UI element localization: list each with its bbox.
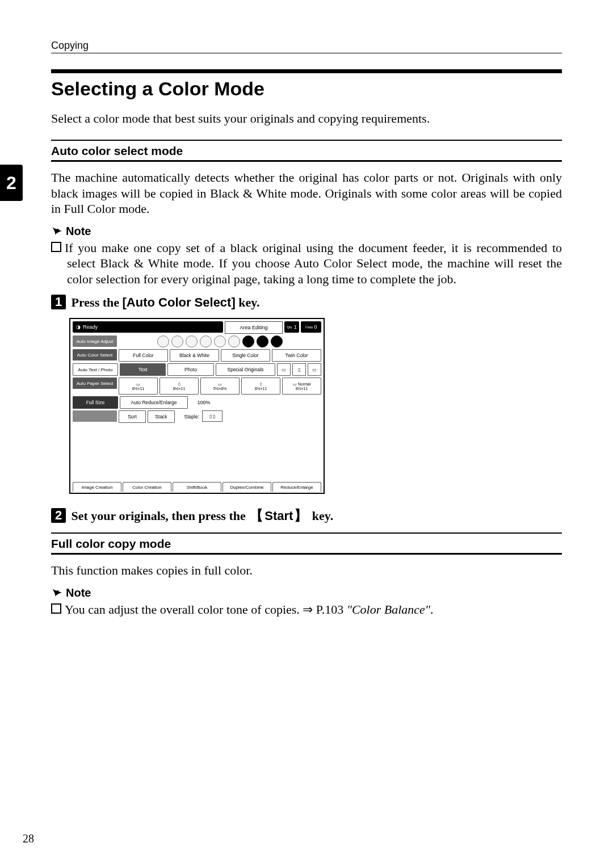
- density-dot[interactable]: [186, 336, 198, 347]
- section-rule: [51, 140, 562, 141]
- step-2: 2 Set your originals, then press the 【St…: [51, 506, 562, 525]
- panel-bottom-tabs: Image CreationColor CreationShift/BookDu…: [73, 482, 321, 492]
- panel-tab[interactable]: Shift/Book: [173, 482, 221, 492]
- section-rule: [51, 160, 562, 162]
- staple-label: Staple:: [177, 410, 200, 423]
- auto-body: The machine automatically detects whethe…: [51, 170, 562, 217]
- note-text-pre: You can adjust the overall color tone of…: [65, 602, 347, 617]
- step-badge-2: 2: [51, 508, 66, 523]
- auto-paper-select-button[interactable]: Auto Paper Select: [73, 378, 117, 389]
- qty-display: Qty.1: [284, 321, 299, 333]
- cross-reference: "Color Balance": [347, 602, 430, 617]
- density-scale[interactable]: [119, 336, 321, 347]
- density-dot[interactable]: [157, 336, 169, 347]
- rule-heavy: [51, 69, 562, 73]
- color-mode-button[interactable]: Full Color: [119, 349, 168, 362]
- copier-panel: ◑ Ready Area Editing Qty.1 Copy0 Auto Im…: [69, 318, 325, 494]
- orientation-icon[interactable]: ▯: [292, 363, 306, 376]
- note-item-auto: If you make one copy set of a black orig…: [51, 240, 562, 287]
- panel-tab[interactable]: Image Creation: [73, 482, 121, 492]
- intro-text: Select a color mode that best suits your…: [51, 111, 562, 126]
- color-mode-button[interactable]: Black & White: [170, 349, 219, 362]
- step-badge-1: 1: [51, 295, 66, 309]
- open-bracket-icon: 【: [249, 508, 264, 523]
- orientation-icon[interactable]: ▭: [277, 363, 291, 376]
- checkbox-icon: [51, 603, 61, 614]
- step-1: 1 Press the [Auto Color Select] key.: [51, 295, 562, 310]
- full-body: This function makes copies in full color…: [51, 563, 562, 578]
- step1-lead: Press the: [72, 295, 123, 309]
- note-text-post: .: [430, 602, 434, 617]
- area-editing-button[interactable]: Area Editing: [225, 321, 283, 334]
- original-type-button[interactable]: Text: [120, 363, 166, 376]
- note-icon: [51, 225, 64, 237]
- note-heading: Note: [51, 225, 562, 238]
- auto-image-adjust-button[interactable]: Auto Image Adjust: [73, 336, 117, 347]
- full-size-button[interactable]: Full Size: [73, 396, 118, 409]
- step2-lead: Set your originals, then press the: [72, 509, 249, 523]
- section-rule: [51, 532, 562, 534]
- note-text: If you make one copy set of a black orig…: [65, 241, 562, 286]
- density-dot[interactable]: [200, 336, 212, 347]
- paper-tray-button[interactable]: ▯8½×11: [159, 378, 199, 395]
- checkbox-icon: [51, 242, 61, 252]
- original-type-button[interactable]: Photo: [167, 363, 213, 376]
- density-dot[interactable]: [228, 336, 240, 347]
- auto-color-select-button[interactable]: Auto Color Select: [73, 349, 117, 360]
- note-item-full: You can adjust the overall color tone of…: [51, 602, 562, 618]
- density-dot[interactable]: [171, 336, 183, 347]
- density-dot[interactable]: [257, 336, 268, 347]
- original-type-button[interactable]: Special Originals: [216, 363, 275, 376]
- page-number: 28: [23, 832, 34, 845]
- color-mode-button[interactable]: Single Color: [221, 349, 270, 362]
- section-title-auto: Auto color select mode: [51, 144, 562, 158]
- copy-count-display: Copy0: [301, 321, 321, 333]
- step1-tail: key.: [236, 295, 260, 309]
- color-mode-button[interactable]: Twin Color: [272, 349, 321, 362]
- section-rule: [51, 553, 562, 555]
- step2-key: Start: [264, 509, 293, 523]
- note-heading: Note: [51, 586, 562, 599]
- paper-tray-button[interactable]: ▯8½×11: [241, 378, 280, 395]
- orientation-icon[interactable]: ▭: [308, 363, 321, 376]
- auto-text-photo-button[interactable]: Auto Text / Photo: [73, 363, 118, 376]
- page-title: Selecting a Color Mode: [51, 78, 562, 100]
- step1-key: [Auto Color Select]: [123, 295, 236, 309]
- panel-tab[interactable]: Duplex/Combine: [222, 482, 271, 492]
- sort-button[interactable]: Sort: [119, 410, 146, 423]
- stack-button[interactable]: Stack: [148, 410, 175, 423]
- panel-tab[interactable]: Reduce/Enlarge: [272, 482, 321, 492]
- density-dot[interactable]: [214, 336, 226, 347]
- copier-panel-figure: ◑ Ready Area Editing Qty.1 Copy0 Auto Im…: [69, 318, 325, 494]
- paper-tray-button[interactable]: ▭8½×11: [119, 378, 158, 395]
- finishing-label: [73, 410, 117, 422]
- note-label: Note: [66, 586, 91, 599]
- staple-option-button[interactable]: ▯ ▯: [202, 410, 222, 422]
- density-dot[interactable]: [271, 336, 283, 347]
- panel-status: ◑ Ready: [73, 321, 223, 333]
- panel-tab[interactable]: Color Creation: [123, 482, 171, 492]
- step2-tail: key.: [309, 509, 333, 523]
- ratio-display: 100%: [190, 396, 218, 409]
- note-label: Note: [66, 225, 91, 237]
- running-head: Copying: [51, 40, 562, 53]
- section-title-full: Full color copy mode: [51, 537, 562, 551]
- paper-tray-button[interactable]: ▭ Normal8½×11: [282, 378, 321, 395]
- auto-reduce-enlarge-button[interactable]: Auto Reduce/Enlarge: [120, 396, 188, 409]
- density-dot[interactable]: [242, 336, 254, 347]
- note-icon: [51, 586, 64, 599]
- close-bracket-icon: 】: [293, 508, 309, 523]
- paper-tray-button[interactable]: ▭5½×8½: [200, 378, 240, 395]
